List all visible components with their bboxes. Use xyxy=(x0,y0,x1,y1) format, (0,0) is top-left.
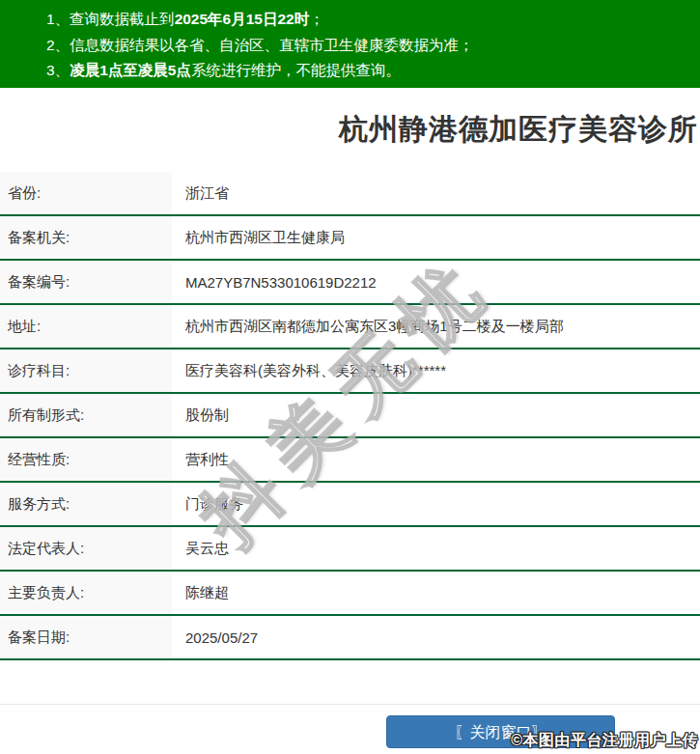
table-row-province: 省份: 浙江省 xyxy=(0,172,700,216)
row-label: 备案机关: xyxy=(0,216,172,259)
notice-banner: 1、查询数据截止到2025年6月15日22时； 2、信息数据结果以各省、自治区、… xyxy=(0,0,700,88)
table-row-address: 地址: 杭州市西湖区南都德加公寓东区3幢商场1号二楼及一楼局部 xyxy=(0,305,700,349)
record-page: 1、查询数据截止到2025年6月15日22时； 2、信息数据结果以各省、自治区、… xyxy=(0,0,700,754)
bottom-divider xyxy=(0,704,700,705)
notice-line-3-tail: 系统进行维护，不能提供查询。 xyxy=(191,62,401,78)
table-row-business-nature: 经营性质: 营利性 xyxy=(0,438,700,483)
row-value: 医疗美容科(美容外科、美容皮肤科)****** xyxy=(172,349,700,392)
table-row-treatment-subjects: 诊疗科目: 医疗美容科(美容外科、美容皮肤科)****** xyxy=(0,349,700,394)
table-row-principal-person: 主要负责人: 陈继超 xyxy=(0,572,700,616)
notice-line-1-bold: 2025年6月15日22时 xyxy=(175,11,310,27)
notice-line-3-bold: 凌晨1点至凌晨5点 xyxy=(70,62,191,78)
row-value: 杭州市西湖区卫生健康局 xyxy=(172,216,700,259)
table-row-ownership-form: 所有制形式: 股份制 xyxy=(0,394,700,438)
table-row-filing-authority: 备案机关: 杭州市西湖区卫生健康局 xyxy=(0,216,700,261)
table-row-service-mode: 服务方式: 门诊服务 xyxy=(0,483,700,527)
row-label: 经营性质: xyxy=(0,438,172,481)
title-row: 杭州静港德加医疗美容诊所 xyxy=(0,88,700,172)
close-window-button[interactable]: 〖关闭窗口〗 xyxy=(386,715,615,748)
row-label: 法定代表人: xyxy=(0,527,172,570)
page-title: 杭州静港德加医疗美容诊所 xyxy=(339,110,698,150)
notice-line-3-text: 3、 xyxy=(46,62,70,78)
row-value: 股份制 xyxy=(172,394,700,436)
row-label: 备案编号: xyxy=(0,261,172,303)
notice-line-2: 2、信息数据结果以各省、自治区、直辖市卫生健康委数据为准； xyxy=(46,33,690,59)
row-label: 省份: xyxy=(0,172,172,214)
row-value: 杭州市西湖区南都德加公寓东区3幢商场1号二楼及一楼局部 xyxy=(172,305,700,348)
record-table: 省份: 浙江省 备案机关: 杭州市西湖区卫生健康局 备案编号: MA27YB7N… xyxy=(0,172,700,660)
row-value: 门诊服务 xyxy=(172,483,700,525)
row-value: 营利性 xyxy=(172,438,700,481)
notice-line-1-tail: ； xyxy=(309,11,324,27)
notice-line-1: 1、查询数据截止到2025年6月15日22时； xyxy=(46,7,690,33)
row-value: 陈继超 xyxy=(172,572,700,614)
row-label: 地址: xyxy=(0,305,172,348)
notice-line-2-text: 2、信息数据结果以各省、自治区、直辖市卫生健康委数据为准； xyxy=(46,37,474,53)
notice-line-3: 3、凌晨1点至凌晨5点系统进行维护，不能提供查询。 xyxy=(46,58,690,84)
row-value: 2025/05/27 xyxy=(172,616,700,658)
row-value: 浙江省 xyxy=(172,172,700,214)
row-value: MA27YB7N533010619D2212 xyxy=(172,261,700,303)
table-row-filing-number: 备案编号: MA27YB7N533010619D2212 xyxy=(0,261,700,305)
row-label: 所有制形式: xyxy=(0,394,172,436)
table-row-filing-date: 备案日期: 2025/05/27 xyxy=(0,616,700,660)
row-label: 备案日期: xyxy=(0,616,172,658)
row-label: 主要负责人: xyxy=(0,572,172,614)
row-label: 诊疗科目: xyxy=(0,349,172,392)
notice-line-1-text: 1、查询数据截止到 xyxy=(46,11,175,27)
row-value: 吴云忠 xyxy=(172,527,700,570)
row-label: 服务方式: xyxy=(0,483,172,525)
table-row-legal-representative: 法定代表人: 吴云忠 xyxy=(0,527,700,572)
